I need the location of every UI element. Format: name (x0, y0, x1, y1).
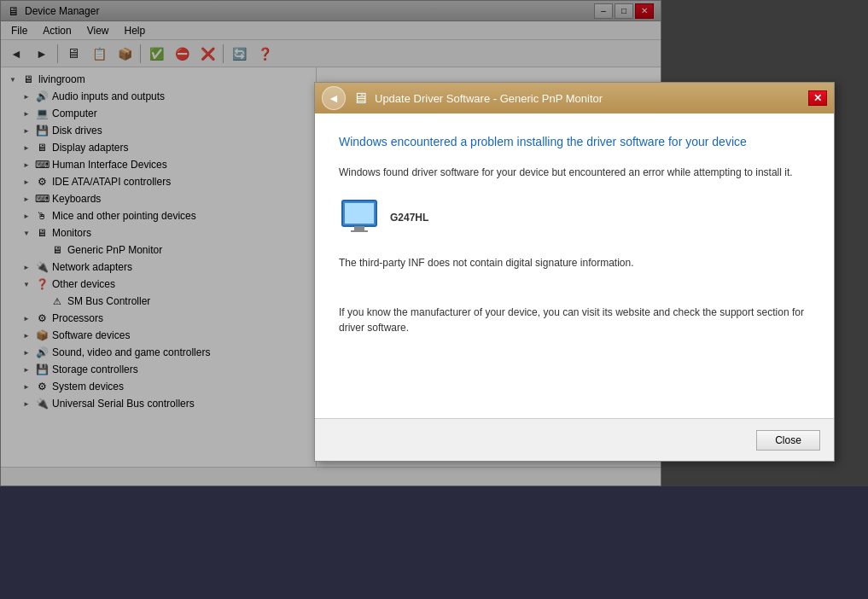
expander-hid[interactable]: ► (20, 158, 33, 172)
sound-icon: 🔊 (35, 346, 49, 359)
bottom-background: Workgroup: WORKGROUP Windows activation … (0, 486, 868, 599)
tree-item-computer[interactable]: ► 💻 Computer (1, 105, 316, 122)
tree-software-label: Software devices (52, 329, 130, 341)
expander-storage[interactable]: ► (20, 363, 33, 376)
disk-icon: 💾 (35, 124, 49, 137)
tree-hid-label: Human Interface Devices (52, 159, 167, 171)
audio-icon: 🔊 (35, 90, 49, 103)
expander-disk[interactable]: ► (20, 124, 33, 137)
expander-keyboards[interactable]: ► (20, 192, 33, 206)
tree-item-processors[interactable]: ► ⚙ Processors (1, 310, 316, 327)
toolbar-enable[interactable]: ✅ (144, 43, 168, 65)
close-dialog-button[interactable]: Close (756, 430, 820, 451)
menu-file[interactable]: File (4, 23, 34, 38)
tree-keyboards-label: Keyboards (52, 193, 101, 205)
tree-sound-label: Sound, video and game controllers (52, 346, 210, 358)
toolbar-uninstall[interactable]: ❌ (195, 43, 219, 65)
expander-system[interactable]: ► (20, 380, 33, 393)
tree-item-monitors[interactable]: ▼ 🖥 Monitors (1, 224, 316, 241)
menu-view[interactable]: View (80, 23, 116, 38)
expander-display[interactable]: ► (20, 141, 33, 154)
tree-item-sound[interactable]: ► 🔊 Sound, video and game controllers (1, 344, 316, 361)
close-button[interactable]: ✕ (635, 3, 654, 19)
hid-icon: ⌨ (35, 158, 49, 172)
toolbar-update-driver[interactable]: 📦 (113, 43, 137, 65)
expander-software[interactable]: ► (20, 329, 33, 342)
tree-audio-label: Audio inputs and outputs (52, 90, 165, 102)
expander-audio[interactable]: ► (20, 90, 33, 103)
update-dialog-footer: Close (315, 418, 834, 461)
update-driver-dialog: ◄ 🖥 Update Driver Software - Generic PnP… (314, 82, 835, 462)
tree-item-generic-monitor[interactable]: ► 🖥 Generic PnP Monitor (1, 241, 316, 259)
expander-network[interactable]: ► (20, 260, 33, 274)
tree-item-ide[interactable]: ► ⚙ IDE ATA/ATAPI controllers (1, 173, 316, 190)
toolbar-help[interactable]: ❓ (253, 43, 277, 65)
update-device-row: G247HL (339, 197, 810, 238)
expander-processors[interactable]: ► (20, 311, 33, 325)
update-device-name: G247HL (390, 212, 428, 224)
tree-disk-label: Disk drives (52, 125, 102, 137)
toolbar-scan[interactable]: 📋 (87, 43, 111, 65)
expander-monitors[interactable]: ▼ (20, 226, 33, 240)
toolbar-sep-2 (140, 44, 141, 63)
computer-icon: 🖥 (21, 73, 35, 86)
menu-action[interactable]: Action (36, 23, 78, 38)
tree-item-mice[interactable]: ► 🖱 Mice and other pointing devices (1, 207, 316, 224)
tree-item-network[interactable]: ► 🔌 Network adapters (1, 259, 316, 276)
device-tree: ▼ 🖥 livingroom ► 🔊 Audio inputs and outp… (1, 67, 317, 467)
tree-item-storage[interactable]: ► 💾 Storage controllers (1, 361, 316, 378)
update-dialog-title: Update Driver Software - Generic PnP Mon… (375, 92, 603, 105)
dm-titlebar-icon: 🖥 (8, 4, 20, 18)
network-icon: 🔌 (35, 260, 49, 274)
update-dialog-content: Windows encountered a problem installing… (315, 113, 834, 418)
toolbar-back[interactable]: ◄ (4, 43, 28, 65)
expander-other[interactable]: ▼ (20, 277, 33, 291)
menu-help[interactable]: Help (118, 23, 153, 38)
update-info-text: If you know the manufacturer of your dev… (339, 305, 810, 335)
expander-mice[interactable]: ► (20, 209, 33, 223)
software-icon: 📦 (35, 329, 49, 342)
expander-root[interactable]: ▼ (6, 73, 20, 86)
minimize-button[interactable]: – (594, 3, 613, 19)
generic-monitor-icon: 🖥 (50, 243, 64, 257)
dm-title: Device Manager (25, 5, 99, 17)
toolbar-properties[interactable]: 🖥 (61, 43, 85, 65)
tree-item-display[interactable]: ► 🖥 Display adapters (1, 139, 316, 156)
toolbar-disable[interactable]: ⛔ (170, 43, 194, 65)
update-error-text: The third-party INF does not contain dig… (339, 255, 810, 270)
tree-item-hid[interactable]: ► ⌨ Human Interface Devices (1, 156, 316, 173)
tree-monitors-label: Monitors (52, 227, 91, 239)
toolbar-forward[interactable]: ► (30, 43, 54, 65)
tree-item-software[interactable]: ► 📦 Software devices (1, 327, 316, 344)
tree-item-system[interactable]: ► ⚙ System devices (1, 378, 316, 395)
tree-item-smbus[interactable]: ► ⚠ SM Bus Controller (1, 293, 316, 310)
dm-menubar: File Action View Help (1, 21, 661, 40)
update-back-button[interactable]: ◄ (322, 86, 346, 110)
mice-icon: 🖱 (35, 209, 49, 223)
expander-usb[interactable]: ► (20, 397, 33, 410)
tree-item-keyboards[interactable]: ► ⌨ Keyboards (1, 190, 316, 207)
system-icon: ⚙ (35, 380, 49, 393)
tree-root[interactable]: ▼ 🖥 livingroom (1, 71, 316, 88)
tree-display-label: Display adapters (52, 142, 128, 154)
expander-ide[interactable]: ► (20, 175, 33, 189)
tree-item-disk[interactable]: ► 💾 Disk drives (1, 122, 316, 139)
update-close-button[interactable]: ✕ (808, 90, 827, 106)
tree-item-usb[interactable]: ► 🔌 Universal Serial Bus controllers (1, 395, 316, 412)
maximize-button[interactable]: □ (615, 3, 633, 19)
display-icon: 🖥 (35, 141, 49, 154)
toolbar-refresh[interactable]: 🔄 (227, 43, 251, 65)
tree-system-label: System devices (52, 381, 124, 393)
dm-title-controls: – □ ✕ (594, 3, 654, 19)
svg-rect-1 (345, 203, 374, 224)
update-dialog-titlebar: ◄ 🖥 Update Driver Software - Generic PnP… (315, 83, 834, 113)
tree-ide-label: IDE ATA/ATAPI controllers (52, 176, 171, 188)
expander-computer[interactable]: ► (20, 107, 33, 120)
tree-other-label: Other devices (52, 278, 115, 290)
expander-sound[interactable]: ► (20, 346, 33, 359)
tree-item-audio[interactable]: ► 🔊 Audio inputs and outputs (1, 88, 316, 105)
tree-computer-label: Computer (52, 108, 97, 119)
update-title-icon: 🖥 (352, 90, 368, 108)
monitors-icon: 🖥 (35, 226, 49, 240)
tree-item-other[interactable]: ▼ ❓ Other devices (1, 276, 316, 293)
